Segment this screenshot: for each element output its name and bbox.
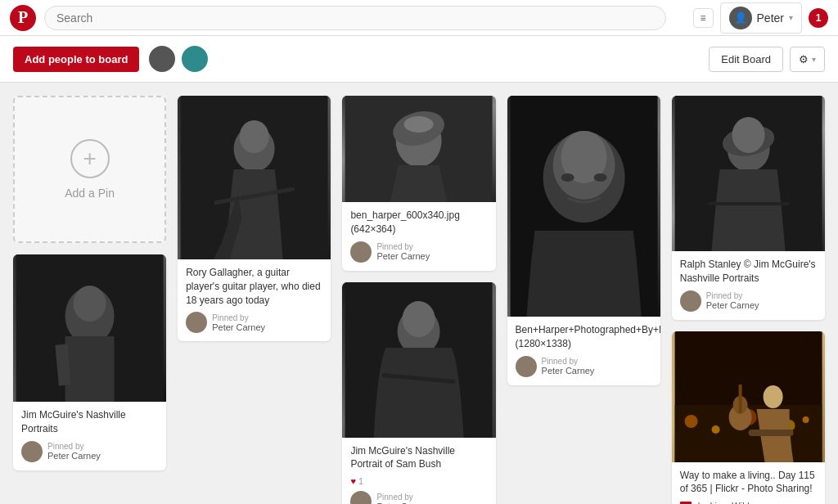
pin-title: Way to make a living.. Day 115 of 365 | … xyxy=(680,469,817,497)
svg-point-34 xyxy=(802,416,809,423)
pin-image xyxy=(672,96,825,251)
svg-rect-26 xyxy=(707,202,789,205)
username-label: Peter xyxy=(757,11,784,25)
pin-image xyxy=(672,331,825,462)
svg-point-21 xyxy=(561,173,574,182)
pinner-name: Peter Carney xyxy=(542,366,595,376)
pinner-name-secondary: by Liam Wilde xyxy=(698,501,755,504)
pinner-name: Peter Carney xyxy=(212,322,265,332)
svg-point-7 xyxy=(240,120,269,153)
pin-title: Jim McGuire's Nashville Portrait of Sam … xyxy=(350,444,487,472)
pinner-avatar xyxy=(186,312,207,333)
header-right: ≡ 👤 Peter ▾ 1 xyxy=(693,2,828,34)
pin-pinner: Pinned by Peter Carney xyxy=(186,312,322,333)
list-item: Jim McGuire's Nashville Portrait of Sam … xyxy=(342,282,495,504)
add-pin-label: Add a Pin xyxy=(65,187,115,200)
heart-icon: ♥ xyxy=(350,476,356,486)
add-people-button[interactable]: Add people to board xyxy=(13,47,139,72)
board-container: + Add a Pin Jim McGuire's Nashville Port… xyxy=(0,83,838,504)
list-item: Ralph Stanley © Jim McGuire's Nashville … xyxy=(672,96,825,320)
search-input[interactable] xyxy=(44,6,666,30)
pinned-by-label: Pinned by xyxy=(706,291,759,300)
svg-point-30 xyxy=(684,415,697,428)
pin-pinner: Pinned by Peter Carney xyxy=(350,241,487,263)
member-avatars xyxy=(147,44,210,74)
pin-pinner: Pinned by Peter Carney xyxy=(516,356,652,377)
pin-body: Jim McGuire's Nashville Portrait of Sam … xyxy=(342,438,495,504)
pin-image-svg xyxy=(507,96,660,317)
pin-image-svg xyxy=(178,96,331,259)
pin-image-svg xyxy=(672,331,825,462)
pin-title: Jim McGuire's Nashville Portraits xyxy=(21,408,158,436)
pin-body: Ben+Harper+Photographed+By+Romain+Rigal.… xyxy=(507,317,660,385)
svg-point-27 xyxy=(732,117,764,153)
header: P ≡ 👤 Peter ▾ 1 xyxy=(0,0,838,36)
list-item: Rory Gallagher, a guitar player's guitar… xyxy=(178,96,331,341)
svg-point-2 xyxy=(74,286,106,322)
pinner-info: Pinned by Peter Carney xyxy=(376,242,430,261)
list-item: Jim McGuire's Nashville Portraits Pinned… xyxy=(13,254,166,470)
menu-icon: ≡ xyxy=(701,12,706,24)
svg-point-12 xyxy=(404,116,434,133)
notification-badge[interactable]: 1 xyxy=(809,8,828,28)
settings-button[interactable]: ⚙ ▾ xyxy=(790,47,825,72)
pinterest-logo[interactable]: P xyxy=(10,5,36,31)
avatar: 👤 xyxy=(729,7,752,29)
pinned-by-label: Pinned by xyxy=(47,442,101,451)
add-pin-icon: + xyxy=(70,139,110,178)
pin-grid: + Add a Pin Jim McGuire's Nashville Port… xyxy=(13,96,825,504)
pinner-name: Peter Carney xyxy=(47,451,101,461)
svg-point-22 xyxy=(593,173,606,182)
pin-image-svg xyxy=(342,96,495,202)
pin-pinner: Pinned by Peter Carney xyxy=(680,290,817,312)
pin-body: ben_harper_600x340.jpg (642×364) Pinned … xyxy=(342,202,495,271)
pin-title: Ben+Harper+Photographed+By+Romain+Rigal.… xyxy=(516,323,652,351)
pinner-info: Pinned by Peter Carney xyxy=(212,313,265,332)
pinner-avatar xyxy=(680,290,701,312)
svg-point-16 xyxy=(403,301,435,337)
pin-image-svg xyxy=(672,96,825,251)
pinner-avatar xyxy=(21,441,43,462)
add-pin-card[interactable]: + Add a Pin xyxy=(13,96,166,243)
pin-title: Rory Gallagher, a guitar player's guitar… xyxy=(186,266,322,307)
pin-image xyxy=(178,96,331,259)
pin-image xyxy=(507,96,660,317)
svg-rect-36 xyxy=(748,430,793,436)
pin-image-svg xyxy=(342,282,495,438)
pinner-info: Pinned by Peter Carney xyxy=(376,493,430,504)
member-avatar-1 xyxy=(147,44,177,74)
svg-point-31 xyxy=(711,425,719,434)
user-menu[interactable]: 👤 Peter ▾ xyxy=(720,2,802,34)
list-item: ben_harper_600x340.jpg (642×364) Pinned … xyxy=(342,96,495,271)
list-item: Ben+Harper+Photographed+By+Romain+Rigal.… xyxy=(507,96,660,385)
menu-button[interactable]: ≡ xyxy=(693,8,714,28)
chevron-down-icon: ▾ xyxy=(812,55,816,64)
pin-body: Ralph Stanley © Jim McGuire's Nashville … xyxy=(672,251,825,320)
pinner-info: Pinned by Peter Carney xyxy=(706,291,759,310)
pinner-info: Pinned by Peter Carney xyxy=(542,357,595,376)
pinned-by-label: Pinned by xyxy=(212,313,265,322)
edit-board-button[interactable]: Edit Board xyxy=(709,47,783,72)
pin-image xyxy=(342,96,495,202)
svg-rect-3 xyxy=(65,336,115,402)
pin-title: Ralph Stanley © Jim McGuire's Nashville … xyxy=(680,258,817,286)
pinned-by-label: Pinned by xyxy=(376,242,430,251)
pin-pinner: Pinned by Peter Carney xyxy=(21,441,158,462)
pin-pinner: Pinned by Peter Carney xyxy=(350,491,487,504)
pinner-info: Pinned by Peter Carney xyxy=(47,442,101,461)
pin-pinner: by Liam Wilde xyxy=(680,501,817,504)
pinner-avatar xyxy=(350,491,372,504)
pinned-by-label: Pinned by xyxy=(542,357,595,366)
pin-image xyxy=(342,282,495,438)
chevron-down-icon: ▾ xyxy=(789,13,793,22)
pin-body: Jim McGuire's Nashville Portraits Pinned… xyxy=(13,402,166,470)
pinner-avatar xyxy=(516,356,537,377)
gear-icon: ⚙ xyxy=(799,53,809,65)
pinner-avatar xyxy=(350,241,372,263)
member-avatar-2 xyxy=(180,44,210,74)
toolbar-right: Edit Board ⚙ ▾ xyxy=(709,47,825,72)
pin-saves: ♥ 1 xyxy=(350,476,487,486)
pin-body: Way to make a living.. Day 115 of 365 | … xyxy=(672,462,825,504)
board-toolbar: Add people to board Edit Board ⚙ ▾ xyxy=(0,36,838,83)
pin-title: ben_harper_600x340.jpg (642×364) xyxy=(350,209,487,236)
